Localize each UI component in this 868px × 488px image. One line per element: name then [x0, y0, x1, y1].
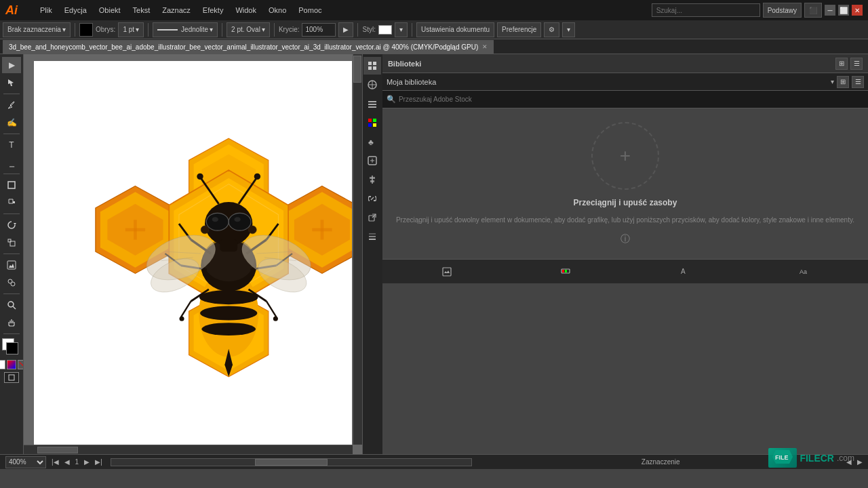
page-last-btn[interactable]: ▶|	[95, 458, 102, 466]
doc-settings-btn[interactable]: Ustawienia dokumentu	[416, 22, 494, 37]
add-text-btn[interactable]: Aa	[798, 266, 808, 277]
add-graphic-btn[interactable]	[442, 267, 452, 277]
page-next-btn[interactable]: ▶	[84, 458, 90, 466]
menu-plik[interactable]: Plik	[35, 5, 58, 16]
menu-pomoc[interactable]: Pomoc	[293, 5, 327, 16]
rotate-tool[interactable]	[2, 217, 21, 233]
menu-efekty[interactable]: Efekty	[197, 5, 229, 16]
library-bottom-actions: A Aa	[382, 259, 868, 283]
tab-close-btn[interactable]: ✕	[482, 43, 488, 50]
normal-mode-btn[interactable]	[0, 360, 5, 369]
library-search-bar: 🔍	[382, 91, 868, 108]
close-button[interactable]: ✕	[852, 5, 863, 16]
krycie-label: Krycie:	[279, 26, 300, 33]
shape-builder-tool[interactable]	[2, 274, 21, 291]
canvas-area[interactable]	[24, 54, 362, 454]
drop-target-circle[interactable]: +	[591, 122, 659, 190]
libraries-controls: ⊞ ☰	[835, 58, 863, 70]
svg-point-69	[249, 226, 257, 234]
minimize-button[interactable]: ─	[825, 5, 835, 16]
menu-zaznacz[interactable]: Zaznacz	[157, 5, 196, 16]
layer-panel-btn[interactable]	[363, 228, 381, 245]
top-search-input[interactable]	[652, 3, 760, 17]
zoom-tool[interactable]	[2, 297, 21, 313]
arrange-panel-btn[interactable]	[363, 95, 381, 113]
pen-tool[interactable]	[2, 97, 21, 113]
image-trace-tool[interactable]	[2, 257, 21, 273]
extra-btn-1[interactable]: ⚙	[544, 22, 559, 37]
canvas-scrollbar-bottom[interactable]	[24, 445, 353, 454]
horizontal-scrollbar[interactable]	[111, 458, 473, 466]
lib-list-view-btn[interactable]: ☰	[850, 58, 863, 70]
gradient-mode-btn[interactable]	[7, 360, 16, 369]
style-swatch[interactable]	[378, 25, 392, 35]
paintbucket-tool[interactable]	[2, 195, 21, 211]
scale-tool[interactable]	[2, 235, 21, 251]
menu-edycja[interactable]: Edycja	[59, 5, 92, 16]
page-first-btn[interactable]: |◀	[52, 458, 59, 466]
pencil-tool[interactable]: ✍	[2, 115, 21, 131]
tool-sep-2	[3, 134, 20, 134]
library-view-btns: ⊞ ☰	[837, 76, 864, 88]
preferences-btn[interactable]: Preferencje	[497, 22, 541, 37]
profile-btn[interactable]: Podstawy	[763, 3, 802, 18]
align-panel-btn[interactable]	[363, 171, 381, 188]
line-tool[interactable]: ⎯	[2, 155, 21, 171]
selection-tool[interactable]: ▶	[2, 57, 21, 73]
fill-stroke-area	[2, 338, 21, 357]
symbols-panel-btn[interactable]: ♣	[363, 133, 381, 150]
extra-btn-2[interactable]: ▾	[562, 22, 575, 37]
canvas-scrollbar-right[interactable]	[353, 54, 362, 445]
add-color-btn[interactable]	[561, 266, 570, 277]
scrollbar-thumb-h[interactable]	[37, 447, 78, 453]
library-search-input[interactable]	[399, 96, 864, 103]
page-prev-btn[interactable]: ◀	[64, 458, 70, 466]
help-icon[interactable]: ⓘ	[620, 233, 630, 245]
arrange-btn[interactable]: ⬛	[804, 3, 822, 18]
obrys-value-btn[interactable]: 1 pt ▾	[118, 22, 144, 37]
lib-grid-view-btn[interactable]: ⊞	[835, 58, 848, 70]
svg-rect-94	[369, 239, 376, 240]
krycie-input[interactable]	[302, 23, 336, 37]
svg-rect-82	[373, 119, 376, 122]
scrollbar-thumb-v[interactable]	[353, 56, 361, 83]
menu-obiekt[interactable]: Obiekt	[94, 5, 126, 16]
obrys-color-swatch[interactable]	[79, 23, 93, 37]
menu-widok[interactable]: Widok	[230, 5, 262, 16]
style-dropdown[interactable]: ▾	[395, 22, 408, 37]
svg-rect-83	[368, 123, 372, 127]
draw-normal-btn[interactable]	[4, 372, 19, 383]
libraries-panel-btn[interactable]	[363, 57, 381, 75]
filecr-watermark: FILE FILECR .com	[768, 448, 854, 468]
stroke-swatch[interactable]	[6, 342, 18, 354]
add-char-style-btn[interactable]: A	[679, 266, 689, 277]
svg-rect-100	[565, 270, 567, 272]
swatch-panel-btn[interactable]	[363, 114, 381, 131]
stroke-style-btn[interactable]: Jednolite ▾	[153, 22, 218, 37]
lib-view-list[interactable]: ☰	[852, 76, 864, 88]
type-tool[interactable]: T	[2, 137, 21, 153]
transform-panel-btn[interactable]	[363, 76, 381, 94]
appearance-panel-btn[interactable]	[363, 152, 381, 169]
menu-tekst[interactable]: Tekst	[127, 5, 156, 16]
maximize-button[interactable]: ⬜	[838, 5, 849, 16]
lib-view-grid[interactable]: ⊞	[837, 76, 849, 88]
none-mode-btn[interactable]	[18, 360, 24, 369]
shape-tool[interactable]	[2, 177, 21, 193]
selection-dropdown[interactable]: Brak zaznaczenia ▾	[3, 22, 71, 37]
link-panel-btn[interactable]	[363, 190, 381, 207]
status-arrow-right[interactable]: ▶	[857, 458, 863, 466]
krycie-arrow[interactable]: ▶	[338, 22, 353, 37]
scrollbar-thumb-h[interactable]	[255, 459, 327, 466]
external-link-btn[interactable]	[363, 209, 381, 226]
zoom-selector[interactable]: 400% 200% 100% 50%	[5, 456, 46, 468]
document-tab[interactable]: 3d_bee_and_honeycomb_vector_bee_ai_adobe…	[3, 40, 494, 54]
filecr-logo: FILE	[768, 448, 797, 468]
hand-tool[interactable]	[2, 314, 21, 331]
drop-description: Przeciągnij i upuść dowolny element w do…	[396, 216, 854, 225]
library-dropdown-icon[interactable]: ▾	[831, 78, 834, 85]
direct-selection-tool[interactable]	[2, 75, 21, 91]
stroke-size-btn[interactable]: 2 pt. Oval ▾	[226, 22, 270, 37]
menu-okno[interactable]: Okno	[263, 5, 292, 16]
drop-title: Przeciągnij i upuść zasoby	[574, 198, 677, 207]
